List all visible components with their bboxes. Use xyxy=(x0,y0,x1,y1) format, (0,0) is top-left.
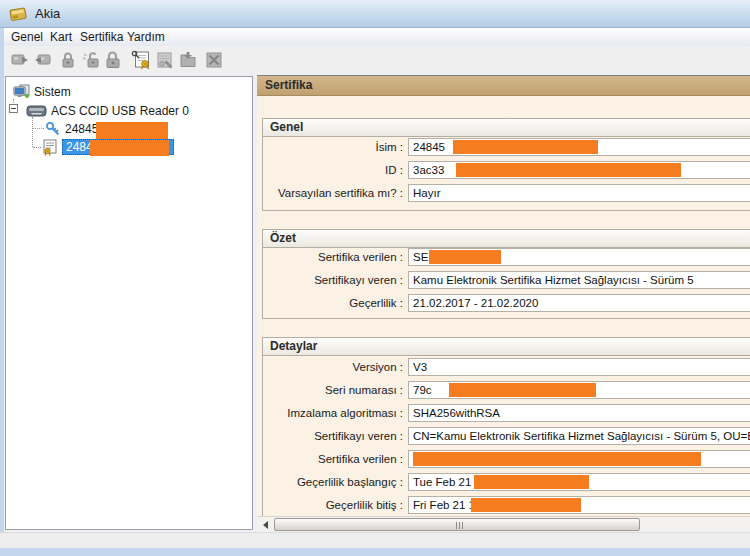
tree-item-system[interactable]: Sistem xyxy=(13,83,71,101)
scrollbar-grip-icon xyxy=(456,522,457,529)
tree-connector xyxy=(33,128,44,129)
field-detay-verilen-value xyxy=(408,450,750,468)
tree-item-key[interactable]: 24845 xyxy=(45,120,98,138)
field-row-versiyon: Versiyon : V3 xyxy=(257,358,750,376)
redaction-bar xyxy=(456,163,681,177)
field-isim-value: 24845 xyxy=(408,138,750,156)
certificate-panel-title: Sertifika xyxy=(257,76,750,96)
field-row-id: ID : 3ac33 xyxy=(257,161,750,179)
remove-card-button[interactable] xyxy=(32,49,54,71)
field-gecerlilik-value: 21.02.2017 - 21.02.2020 xyxy=(408,294,750,312)
menu-genel[interactable]: Genel xyxy=(8,28,46,46)
key-icon xyxy=(45,121,61,137)
tree-connector xyxy=(32,117,33,147)
certificate-panel-content: Genel İsim : 24845 ID : 3ac33 Varsayılan… xyxy=(257,96,750,516)
import-certificate-button[interactable] xyxy=(177,49,199,71)
menu-kart[interactable]: Kart xyxy=(47,28,75,46)
window-bottom-border xyxy=(0,548,750,556)
field-row-seri: Seri numarası : 79c xyxy=(257,381,750,399)
field-varsayilan-value: Hayır xyxy=(408,184,750,202)
field-imzalama-value: SHA256withRSA xyxy=(408,404,750,422)
certificate-panel: Sertifika Genel İsim : 24845 ID : 3ac33 xyxy=(257,75,750,531)
field-label: Geçerlilik başlangıç : xyxy=(257,473,403,491)
tree-item-system-label: Sistem xyxy=(34,85,71,99)
field-label: Sertifikayı veren : xyxy=(257,427,403,445)
scrollbar-thumb[interactable] xyxy=(274,518,640,531)
window-title: Akia xyxy=(35,6,60,21)
field-label: Seri numarası : xyxy=(257,381,403,399)
device-tree-panel: Sistem ACS CCID USB Reader 0 24845 xyxy=(5,76,253,530)
field-row-detay-verilen: Sertifika verilen : xyxy=(257,450,750,468)
redaction-bar xyxy=(413,452,701,466)
field-label: Geçerlilik bitiş : xyxy=(257,496,403,514)
certificate-details-icon xyxy=(154,49,176,71)
horizontal-scrollbar[interactable] xyxy=(257,516,750,531)
certificate-details-button[interactable] xyxy=(154,49,176,71)
field-verilen-value: SE xyxy=(408,248,750,266)
menu-bar: Genel Kart Sertifika Yardım xyxy=(4,28,750,46)
field-row-veren: Sertifikayı veren : Kamu Elektronik Sert… xyxy=(257,271,750,289)
field-baslangic-value: Tue Feb 21 1 xyxy=(408,473,750,491)
field-label: Imzalama algoritması : xyxy=(257,404,403,422)
unlock-logout-button[interactable] xyxy=(80,49,102,71)
redaction-bar xyxy=(96,122,168,139)
field-veren-value: Kamu Elektronik Sertifika Hizmet Sağlayı… xyxy=(408,271,750,289)
menu-sertifika[interactable]: Sertifika xyxy=(77,28,126,46)
field-label: Sertifikayı veren : xyxy=(257,271,403,289)
system-icon xyxy=(13,84,30,100)
import-icon xyxy=(177,49,199,71)
view-certificate-icon xyxy=(130,49,152,71)
toolbar xyxy=(4,46,750,74)
field-label: Geçerlilik : xyxy=(257,294,403,312)
delete-certificate-button[interactable] xyxy=(203,49,225,71)
field-detay-veren-value: CN=Kamu Elektronik Sertifika Hizmet Sağl… xyxy=(408,427,750,445)
insert-card-icon xyxy=(9,49,31,71)
tree-item-key-label: 24845 xyxy=(65,122,98,136)
field-label: Sertifika verilen : xyxy=(257,248,403,266)
status-bar xyxy=(0,532,750,548)
lock-login-button[interactable] xyxy=(57,49,79,71)
field-row-bitis: Geçerlilik bitiş : Fri Feb 21 1 xyxy=(257,496,750,514)
field-label: Varsayılan sertifika mı? : xyxy=(257,184,403,202)
change-pin-button[interactable] xyxy=(102,49,124,71)
app-window: Akia Genel Kart Sertifika Yardım xyxy=(0,0,750,556)
tree-connector xyxy=(33,147,41,148)
field-bitis-value: Fri Feb 21 1 xyxy=(408,496,750,514)
view-certificate-button[interactable] xyxy=(130,49,152,71)
field-row-baslangic: Geçerlilik başlangıç : Tue Feb 21 1 xyxy=(257,473,750,491)
menu-yardim[interactable]: Yardım xyxy=(124,28,168,46)
window-left-border xyxy=(0,28,4,548)
card-reader-icon xyxy=(26,104,47,118)
field-label: Sertifika verilen : xyxy=(257,450,403,468)
scroll-left-arrow-icon xyxy=(259,521,268,529)
field-seri-value: 79c xyxy=(408,381,750,399)
field-label: ID : xyxy=(257,161,403,179)
title-bar: Akia xyxy=(0,0,750,28)
group-detaylar-title: Detaylar xyxy=(263,338,750,356)
collapse-expander[interactable] xyxy=(9,104,18,113)
field-row-verilen: Sertifika verilen : SE xyxy=(257,248,750,266)
field-row-gecerlilik: Geçerlilik : 21.02.2017 - 21.02.2020 xyxy=(257,294,750,312)
redaction-bar xyxy=(471,498,581,512)
field-row-isim: İsim : 24845 xyxy=(257,138,750,156)
redaction-bar xyxy=(474,475,589,489)
redaction-bar xyxy=(453,140,598,154)
insert-card-button[interactable] xyxy=(9,49,31,71)
scroll-left-button[interactable] xyxy=(257,517,273,531)
tree-item-reader[interactable]: ACS CCID USB Reader 0 xyxy=(26,102,189,120)
app-logo-icon xyxy=(8,4,28,24)
field-row-varsayilan: Varsayılan sertifika mı? : Hayır xyxy=(257,184,750,202)
field-row-detay-veren: Sertifikayı veren : CN=Kamu Elektronik S… xyxy=(257,427,750,445)
redaction-bar xyxy=(90,140,169,156)
remove-card-icon xyxy=(32,49,54,71)
group-genel-title: Genel xyxy=(263,119,750,137)
field-versiyon-value: V3 xyxy=(408,358,750,376)
group-ozet-title: Özet xyxy=(263,230,750,248)
field-label: İsim : xyxy=(257,138,403,156)
unlock-icon xyxy=(80,49,102,71)
tree-item-reader-label: ACS CCID USB Reader 0 xyxy=(51,104,189,118)
field-label: Versiyon : xyxy=(257,358,403,376)
lock-icon xyxy=(57,49,79,71)
field-row-imzalama: Imzalama algoritması : SHA256withRSA xyxy=(257,404,750,422)
pin-lock-icon xyxy=(102,49,124,71)
